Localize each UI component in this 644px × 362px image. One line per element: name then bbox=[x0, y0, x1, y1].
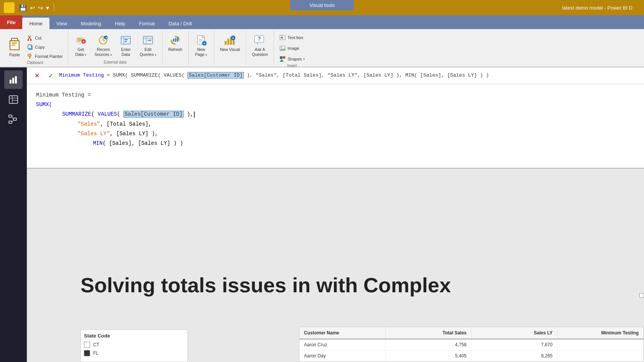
formula-confirm-button[interactable]: ✓ bbox=[45, 70, 56, 81]
svg-text:↗: ↗ bbox=[105, 36, 107, 40]
svg-rect-24 bbox=[125, 41, 127, 42]
svg-text:+: + bbox=[203, 41, 205, 46]
text-cursor bbox=[194, 111, 195, 118]
refresh-icon bbox=[169, 34, 181, 46]
new-visual-button[interactable]: + New Visual bbox=[217, 33, 243, 53]
formula-input[interactable]: Minimum Testing = SUMX( SUMMARIZE( VALUE… bbox=[59, 72, 639, 79]
dropdown-icon[interactable]: ▾ bbox=[46, 4, 49, 11]
slicer-checkbox-fl[interactable] bbox=[84, 350, 90, 356]
table-header-total-sales: Total Sales bbox=[386, 327, 472, 339]
canvas-content: Minimum Testing = SUMX( SUMMARIZE( VALUE… bbox=[27, 84, 644, 362]
enter-data-button[interactable]: EnterData bbox=[116, 33, 135, 58]
tab-modeling[interactable]: Modeling bbox=[74, 18, 108, 29]
svg-rect-53 bbox=[280, 56, 283, 59]
svg-rect-31 bbox=[175, 38, 176, 42]
insert-group: A Text box Image Shapes bbox=[274, 31, 310, 65]
svg-rect-56 bbox=[10, 80, 12, 84]
recent-sources-button[interactable]: ↗ RecentSources ▾ bbox=[92, 33, 115, 58]
format-painter-label: Format Painter bbox=[35, 54, 63, 59]
get-data-label: GetData ▾ bbox=[75, 47, 86, 57]
text-box-button[interactable]: A Text box bbox=[277, 33, 305, 42]
svg-rect-39 bbox=[225, 41, 227, 45]
new-page-group: + NewPage ▾ bbox=[189, 31, 214, 65]
shapes-label: Shapes bbox=[288, 57, 302, 61]
svg-rect-32 bbox=[177, 37, 178, 42]
get-data-icon: + bbox=[75, 34, 87, 46]
edit-queries-label: EditQueries ▾ bbox=[140, 47, 156, 57]
bar-chart-icon bbox=[8, 74, 19, 85]
clipboard-group: Paste Cut bbox=[2, 31, 68, 65]
shapes-button[interactable]: Shapes ▾ bbox=[277, 54, 307, 64]
slicer-label-fl: FL bbox=[93, 351, 99, 356]
refresh-button[interactable]: Refresh bbox=[166, 33, 185, 53]
sidebar-model-icon[interactable] bbox=[4, 110, 23, 129]
measure-line-5: "Sales LY", [Sales LY] ), bbox=[36, 129, 635, 139]
ask-question-icon: ? bbox=[254, 34, 266, 46]
title-bar: 💾 ↩ ↪ ▾ Visual tools latest demo model -… bbox=[0, 0, 644, 15]
clipboard-small-buttons: Cut Copy Format Painter bbox=[25, 33, 65, 61]
slicer-checkbox-ct[interactable] bbox=[84, 342, 90, 348]
image-button[interactable]: Image bbox=[277, 44, 301, 53]
table-header-sales-ly: Sales LY bbox=[472, 327, 558, 339]
slicer-item-ct[interactable]: CT bbox=[84, 342, 184, 348]
svg-text:+: + bbox=[82, 40, 84, 44]
format-painter-icon bbox=[27, 53, 33, 59]
tab-format[interactable]: Format bbox=[132, 18, 162, 29]
visual-tools-banner: Visual tools bbox=[290, 0, 354, 10]
recent-sources-icon: ↗ bbox=[97, 34, 109, 46]
format-painter-button[interactable]: Format Painter bbox=[25, 52, 65, 61]
tab-home[interactable]: Home bbox=[22, 18, 49, 29]
svg-rect-13 bbox=[77, 40, 82, 41]
svg-rect-12 bbox=[77, 38, 82, 39]
table-header-row: Customer Name Total Sales Sales LY Minim… bbox=[299, 327, 644, 339]
svg-rect-8 bbox=[28, 45, 31, 49]
svg-text:A: A bbox=[281, 36, 283, 39]
save-icon[interactable]: 💾 bbox=[19, 4, 27, 11]
tab-datadrill[interactable]: Data / Drill bbox=[162, 18, 199, 29]
cell-name-0: Aaron Cruz bbox=[299, 339, 386, 350]
table-row-1[interactable]: Aaron Day 5,405 8,265 bbox=[299, 351, 644, 362]
paste-button[interactable]: Paste bbox=[5, 33, 24, 61]
svg-text:+: + bbox=[232, 36, 234, 40]
model-icon bbox=[8, 114, 19, 125]
measure-editor[interactable]: Minimum Testing = SUMX( SUMMARIZE( VALUE… bbox=[27, 84, 644, 169]
formula-cancel-button[interactable]: ✕ bbox=[31, 70, 42, 81]
sidebar-data-icon[interactable] bbox=[4, 90, 23, 109]
ask-question-button[interactable]: ? Ask AQuestion bbox=[249, 33, 271, 58]
app-logo bbox=[4, 2, 15, 13]
redo-icon[interactable]: ↪ bbox=[38, 4, 43, 11]
refresh-group: Refresh bbox=[163, 31, 189, 65]
tab-help[interactable]: Help bbox=[108, 18, 132, 29]
cut-button[interactable]: Cut bbox=[25, 34, 65, 42]
new-visual-icon: + bbox=[224, 34, 236, 46]
svg-point-54 bbox=[283, 56, 286, 59]
tab-view[interactable]: View bbox=[49, 18, 74, 29]
paste-label: Paste bbox=[9, 52, 20, 57]
paste-icon bbox=[8, 36, 21, 52]
cell-mintesting-0 bbox=[558, 339, 644, 350]
tab-file[interactable]: File bbox=[0, 15, 22, 29]
external-data-group-label: External data bbox=[104, 60, 127, 65]
enter-data-label: EnterData bbox=[121, 47, 131, 57]
slicer-item-fl[interactable]: FL bbox=[84, 350, 184, 356]
edit-queries-button[interactable]: EditQueries ▾ bbox=[137, 33, 159, 58]
measure-line-6: MIN( [Sales], [Sales LY] ) ) bbox=[36, 139, 635, 148]
copy-button[interactable]: Copy bbox=[25, 43, 65, 51]
new-page-button[interactable]: + NewPage ▾ bbox=[192, 33, 211, 58]
table-resize-handle[interactable] bbox=[639, 293, 644, 298]
measure-line-3: SUMMARIZE( VALUES( Sales[Customer ID] ), bbox=[36, 110, 635, 119]
svg-rect-58 bbox=[15, 76, 17, 84]
get-data-button[interactable]: + GetData ▾ bbox=[71, 33, 90, 58]
table-row-0[interactable]: Aaron Cruz 4,758 7,670 bbox=[299, 339, 644, 351]
undo-icon[interactable]: ↩ bbox=[30, 4, 35, 11]
svg-rect-23 bbox=[125, 39, 128, 40]
text-box-icon: A bbox=[279, 34, 286, 41]
svg-marker-46 bbox=[257, 43, 258, 45]
table-icon bbox=[8, 94, 19, 105]
svg-rect-59 bbox=[9, 96, 18, 103]
sidebar-report-icon[interactable] bbox=[4, 70, 23, 89]
cut-icon bbox=[27, 35, 33, 41]
clipboard-content: Paste Cut bbox=[5, 31, 65, 61]
svg-rect-1 bbox=[8, 6, 10, 11]
svg-line-66 bbox=[12, 116, 13, 119]
